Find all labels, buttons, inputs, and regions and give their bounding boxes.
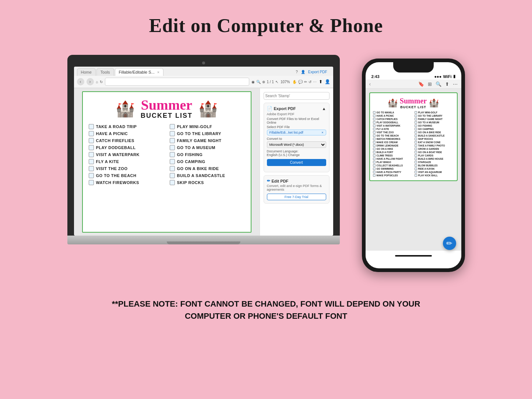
hand-tool[interactable]: ✋ <box>292 80 297 84</box>
phone-check-box[interactable] <box>373 114 376 117</box>
phone-check-box[interactable] <box>373 134 376 137</box>
check-box[interactable] <box>89 166 94 171</box>
phone-check-box[interactable] <box>415 158 417 160</box>
phone-check-box[interactable] <box>373 151 376 153</box>
phone-search-icon[interactable]: 🔍 <box>436 81 441 87</box>
phone-more-icon[interactable]: ⋯ <box>453 81 458 87</box>
cursor-tool[interactable]: ↖ <box>275 80 278 84</box>
fab-button[interactable]: ✏ <box>443 237 456 250</box>
phone-check-box[interactable] <box>373 174 376 177</box>
phone-check-box[interactable] <box>373 138 376 140</box>
phone-check-box[interactable] <box>415 144 417 147</box>
phone-check-box[interactable] <box>415 114 417 117</box>
phone-check-box[interactable] <box>373 167 376 170</box>
check-box[interactable] <box>170 138 175 143</box>
rotate-icon[interactable]: ↺ <box>309 80 311 84</box>
phone-check-box[interactable] <box>373 118 376 120</box>
check-box[interactable] <box>89 152 94 157</box>
zoom-in-icon[interactable]: ⊕ <box>262 80 265 84</box>
phone-check-box[interactable] <box>415 128 417 130</box>
home-icon[interactable]: ⌂ <box>96 80 98 84</box>
reload-icon[interactable]: ↻ <box>100 80 103 84</box>
phone-check-box[interactable] <box>415 148 417 150</box>
phone-check-box[interactable] <box>415 131 417 134</box>
phone-check-box[interactable] <box>415 167 417 170</box>
stamp-search-input[interactable] <box>264 92 330 100</box>
convert-button[interactable]: Convert <box>267 159 326 166</box>
check-box[interactable] <box>89 138 94 143</box>
browser-tab-home[interactable]: Home <box>77 68 96 76</box>
phone-check-box[interactable] <box>373 124 376 127</box>
check-box[interactable] <box>89 124 94 129</box>
phone-check-box[interactable] <box>373 128 376 130</box>
phone-check-box[interactable] <box>373 164 376 167</box>
check-box[interactable] <box>89 159 94 164</box>
back-button[interactable]: ‹ <box>77 78 84 85</box>
phone-check-box[interactable] <box>373 111 376 114</box>
phone-check-item: GO FISHING <box>415 124 454 127</box>
phone-check-box[interactable] <box>373 144 376 147</box>
phone-check-box[interactable] <box>373 161 376 163</box>
address-bar[interactable] <box>105 78 250 86</box>
phone-share-icon[interactable]: ⬆ <box>445 81 449 87</box>
phone-check-box[interactable] <box>415 124 417 127</box>
edit-pdf-desc: Convert, edit and e-sign PDF forms & agr… <box>267 184 326 191</box>
trial-button[interactable]: Free 7-Day Trial <box>267 194 326 200</box>
check-box[interactable] <box>170 145 175 150</box>
pen-icon[interactable]: ✏ <box>304 80 307 84</box>
tab-close-icon[interactable]: × <box>157 70 159 74</box>
phone-check-box[interactable] <box>415 151 417 153</box>
forward-button[interactable]: › <box>87 78 94 85</box>
phone-check-item: HAVE A PIZZA PARTY <box>373 171 412 173</box>
phone-check-box[interactable] <box>415 141 417 144</box>
account-icon[interactable]: 👤 <box>325 79 330 84</box>
phone-check-box[interactable] <box>415 154 417 157</box>
phone-back-button[interactable]: ‹ <box>369 81 371 87</box>
browser-signin[interactable]: Export PDF <box>308 70 327 74</box>
phone-check-box[interactable] <box>373 141 376 144</box>
phone-check-box[interactable] <box>415 171 417 173</box>
phone-check-item: GO TO THE BEACH <box>373 134 412 137</box>
phone-check-box[interactable] <box>415 111 417 114</box>
phone-check-box[interactable] <box>373 154 376 157</box>
phone-format-icon[interactable]: ⊞ <box>428 81 432 87</box>
check-box[interactable] <box>170 166 175 171</box>
phone-check-box[interactable] <box>373 121 376 124</box>
share-icon[interactable]: ⬆ <box>319 79 323 84</box>
check-box[interactable] <box>170 173 175 178</box>
castle-left-icon: 🏰 <box>116 101 135 117</box>
phone-check-box[interactable] <box>373 148 376 150</box>
zoom-out-icon[interactable]: 🔍 <box>256 80 261 84</box>
phone-bookmark-icon[interactable]: 🔖 <box>418 81 424 87</box>
phone-status-bar: 2:43 ●●● WiFi ▮ <box>366 73 461 80</box>
check-box[interactable] <box>89 145 94 150</box>
check-box[interactable] <box>170 124 175 129</box>
check-box[interactable] <box>170 180 175 185</box>
phone-check-box[interactable] <box>415 118 417 120</box>
file-close-icon[interactable]: × <box>321 131 323 134</box>
browser-tab-fillable[interactable]: Fillable/Editable S... × <box>115 68 164 76</box>
laptop-check-item: GO TO THE BEACH <box>89 173 164 178</box>
phone-bucket-subtitle: BUCKET LIST <box>400 105 427 109</box>
check-box[interactable] <box>89 173 94 178</box>
format-select[interactable]: Microsoft Word (*.docx) <box>267 141 326 148</box>
phone-check-box[interactable] <box>415 174 417 177</box>
phone-check-box[interactable] <box>415 138 417 140</box>
phone-check-item: GO TO THE LIBRARY <box>415 114 454 117</box>
phone-check-box[interactable] <box>373 171 376 173</box>
phone-check-box[interactable] <box>373 131 376 134</box>
more-tools-icon[interactable]: ⋯ <box>313 80 317 84</box>
comment-icon[interactable]: 💬 <box>298 80 303 84</box>
check-box[interactable] <box>170 152 175 157</box>
check-box[interactable] <box>89 180 94 185</box>
pdf-viewer-icons: ◉ 🔍 ⊕ 1 / 1 ↖ <box>251 80 278 84</box>
check-box[interactable] <box>89 131 94 136</box>
phone-check-box[interactable] <box>415 164 417 167</box>
phone-check-box[interactable] <box>415 121 417 124</box>
phone-check-box[interactable] <box>415 134 417 137</box>
phone-check-box[interactable] <box>373 158 376 160</box>
browser-tab-tools[interactable]: Tools <box>96 68 114 76</box>
phone-check-box[interactable] <box>415 161 417 163</box>
check-box[interactable] <box>170 159 175 164</box>
check-box[interactable] <box>170 131 175 136</box>
